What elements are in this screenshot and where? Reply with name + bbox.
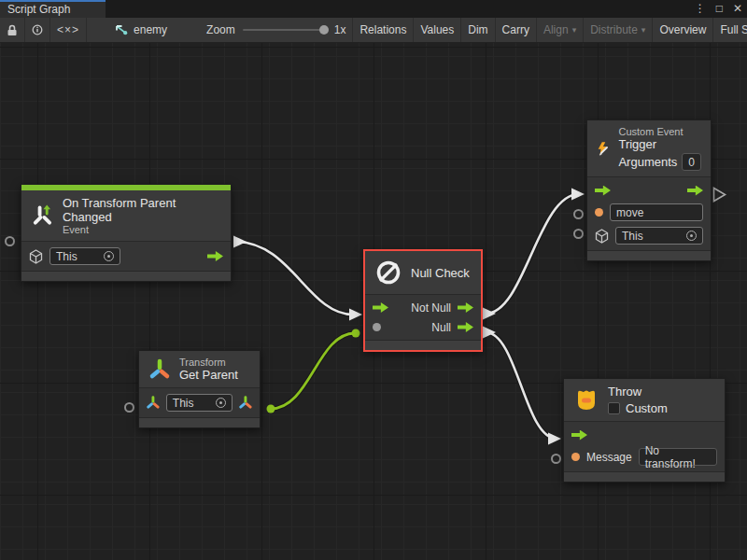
node-footer	[365, 341, 481, 350]
graph-reference[interactable]: enemy	[107, 18, 174, 42]
node-get-parent[interactable]: Transform Get Parent This	[138, 350, 261, 428]
node-title: Throw	[608, 385, 668, 399]
code-view-button[interactable]: <×>	[50, 18, 87, 42]
trigger-name-value-port[interactable]	[595, 208, 603, 217]
lock-icon	[7, 24, 18, 36]
node-title: Null Check	[411, 266, 470, 280]
node-subtitle: Event	[63, 224, 221, 235]
dim-button[interactable]: Dim	[460, 18, 494, 42]
info-button[interactable]	[25, 18, 50, 42]
tab-title: Script Graph	[7, 3, 70, 16]
event-target-port[interactable]	[5, 236, 15, 246]
fullscreen-button[interactable]: Full Screen	[712, 18, 747, 42]
code-icon: <×>	[57, 23, 79, 36]
null-check-icon	[374, 259, 402, 287]
message-label: Message	[586, 451, 632, 464]
node-title: Trigger	[618, 137, 701, 151]
window-controls: ⋮ □ ✕	[695, 0, 742, 18]
kebab-menu-icon[interactable]: ⋮	[695, 0, 706, 18]
event-target-field[interactable]: This	[49, 247, 120, 265]
throw-enter-port[interactable]	[571, 430, 587, 441]
node-null-check[interactable]: Null Check Not Null Null	[363, 249, 483, 352]
node-footer	[587, 251, 711, 260]
custom-checkbox[interactable]	[608, 402, 620, 414]
getparent-result-port[interactable]	[239, 396, 252, 410]
zoom-control: Zoom 1x	[200, 18, 352, 42]
custom-label: Custom	[626, 401, 668, 415]
getparent-target-field[interactable]: This	[166, 394, 233, 412]
align-button: Align ▾	[536, 18, 583, 42]
zoom-label: Zoom	[206, 23, 235, 36]
close-icon[interactable]: ✕	[733, 0, 742, 18]
zoom-value: 1x	[334, 23, 346, 36]
tab-strip: Script Graph ⋮ □ ✕	[0, 0, 747, 18]
overview-button[interactable]: Overview	[652, 18, 712, 42]
zoom-slider[interactable]	[243, 29, 327, 31]
port-label: Null	[431, 321, 451, 334]
event-exit-port[interactable]	[207, 251, 223, 261]
graph-toolbar: <×> enemy Zoom 1x Relations Values Dim C…	[0, 18, 747, 43]
lock-button[interactable]	[0, 18, 25, 42]
object-picker-icon[interactable]	[104, 251, 114, 261]
chevron-down-icon: ▾	[572, 25, 577, 35]
relations-button[interactable]: Relations	[352, 18, 413, 42]
node-on-transform-parent-changed[interactable]: On Transform Parent Changed Event This	[21, 184, 232, 282]
message-field[interactable]: No transform!	[639, 448, 717, 466]
throw-error-icon	[573, 387, 599, 413]
script-graph-window: Script Graph ⋮ □ ✕ <×>	[0, 0, 747, 560]
object-picker-icon[interactable]	[686, 231, 697, 241]
node-category: Transform	[179, 357, 238, 368]
graph-name: enemy	[134, 23, 167, 36]
node-footer	[564, 472, 725, 482]
distribute-button: Distribute ▾	[583, 18, 652, 42]
trigger-target-port[interactable]	[573, 229, 584, 239]
nullcheck-notnull-port[interactable]	[458, 302, 473, 313]
arguments-count-field[interactable]: 0	[682, 153, 701, 171]
custom-event-icon	[597, 136, 610, 161]
transform-port-icon	[147, 396, 160, 410]
trigger-enter-port[interactable]	[595, 186, 611, 196]
info-icon	[32, 23, 43, 36]
node-category: Custom Event	[618, 126, 701, 137]
nullcheck-value-port[interactable]	[373, 323, 381, 331]
throw-message-value-port[interactable]	[571, 453, 580, 461]
trigger-exit-port-inner[interactable]	[687, 186, 703, 196]
node-throw[interactable]: Throw Custom Message No transform!	[563, 378, 726, 483]
tab-script-graph[interactable]: Script Graph	[0, 0, 106, 18]
getparent-target-port[interactable]	[124, 402, 134, 413]
maximize-icon[interactable]: □	[716, 0, 723, 18]
transform-event-icon	[31, 203, 54, 228]
nullcheck-null-port[interactable]	[458, 322, 473, 332]
nullcheck-enter-port[interactable]	[373, 302, 388, 313]
node-title: Get Parent	[179, 368, 238, 382]
zoom-slider-handle[interactable]	[319, 25, 329, 35]
chevron-down-icon: ▾	[641, 25, 646, 35]
gameobject-cube-icon	[29, 249, 43, 264]
toolbar-buttons: Relations Values Dim Carry Align ▾ Distr…	[352, 18, 747, 42]
trigger-target-field[interactable]: This	[615, 227, 703, 245]
port-label: Not Null	[411, 301, 451, 315]
node-title: On Transform Parent Changed	[63, 196, 221, 224]
node-footer	[21, 272, 231, 281]
throw-message-port[interactable]	[551, 454, 561, 464]
graph-icon	[114, 24, 128, 36]
object-picker-icon[interactable]	[216, 398, 226, 408]
trigger-exit-port[interactable]	[712, 187, 727, 203]
trigger-name-port[interactable]	[573, 209, 584, 219]
transform-icon	[148, 357, 171, 382]
node-footer	[139, 418, 260, 427]
values-button[interactable]: Values	[413, 18, 460, 42]
gameobject-cube-icon	[595, 229, 609, 244]
arguments-label: Arguments	[618, 155, 677, 169]
carry-button[interactable]: Carry	[495, 18, 536, 42]
node-trigger-custom-event[interactable]: Custom Event Trigger Arguments 0 move	[586, 119, 712, 261]
event-name-field[interactable]: move	[610, 203, 703, 221]
